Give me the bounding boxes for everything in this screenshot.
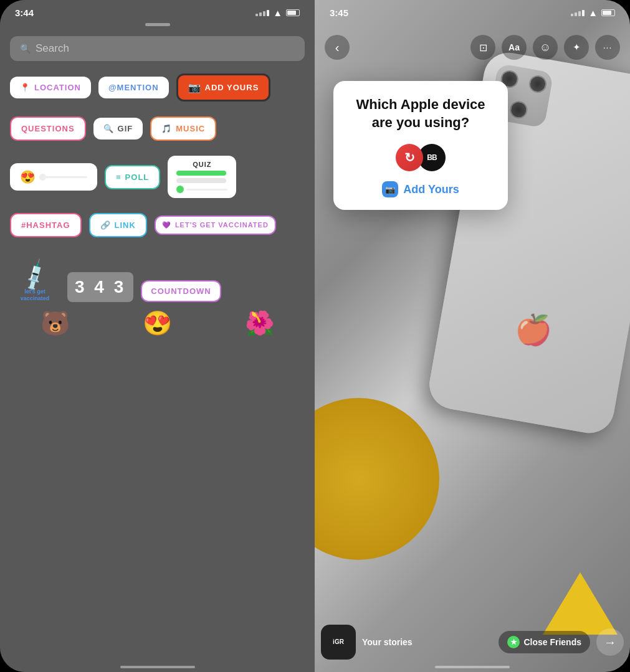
status-bar-right: 3:45 ▲: [315, 0, 630, 23]
location-label: LOCATION: [34, 83, 81, 92]
location-sticker[interactable]: 📍 LOCATION: [10, 77, 91, 98]
quiz-bar-wrong: [176, 178, 226, 183]
countdown-sticker[interactable]: COUNTDOWN: [141, 280, 221, 302]
chevron-left-icon: ‹: [335, 40, 340, 55]
dialog-icons: ↻ BB: [346, 144, 495, 171]
search-bar[interactable]: 🔍 Search: [10, 36, 305, 61]
ellipsis-icon: ···: [603, 42, 613, 52]
text-button[interactable]: Aa: [502, 35, 527, 60]
heart-eyes-emoji-2[interactable]: 😍: [143, 310, 172, 337]
heart-icon: 💜: [162, 220, 171, 229]
emoji-slider-sticker[interactable]: 😍: [10, 163, 97, 191]
hashtag-label: #HASHTAG: [21, 220, 70, 230]
your-stories-button[interactable]: Your stories: [362, 637, 492, 647]
poll-sticker[interactable]: ≡ POLL: [105, 165, 160, 189]
time-left: 3:44: [15, 7, 34, 18]
home-indicator-left: [120, 666, 195, 668]
link-sticker[interactable]: 🔗 LINK: [89, 213, 147, 237]
apple-device-dialog: Which Apple device are you using? ↻ BB 📷…: [333, 81, 508, 210]
questions-sticker[interactable]: QUESTIONS: [10, 116, 86, 141]
star-icon: ★: [510, 638, 517, 646]
sticker-face-icon: ☺: [540, 41, 551, 54]
portrait-icon: ⊡: [479, 42, 487, 54]
sparkle-icon: ✦: [573, 42, 581, 53]
phone-right: 🍎 3:45 ▲ ‹ ⊡ Aa: [315, 0, 630, 672]
music-bars-icon: 🎵: [161, 124, 172, 133]
effects-button[interactable]: ✦: [564, 35, 589, 60]
link-label: LINK: [115, 220, 136, 230]
gif-sticker[interactable]: 🔍 GIF: [93, 118, 143, 140]
back-button[interactable]: ‹: [325, 35, 350, 60]
hashtag-sticker[interactable]: #HASHTAG: [10, 213, 82, 237]
battery-icon-right: [601, 9, 615, 16]
gif-label: GIF: [118, 124, 133, 133]
link-icon: 🔗: [100, 220, 111, 230]
camera-lens-3: [508, 100, 528, 120]
bear-emoji[interactable]: 🐻: [41, 310, 70, 337]
dialog-title: Which Apple device are you using?: [346, 96, 495, 131]
signal-icon-left: [255, 10, 269, 16]
flower-emoji[interactable]: 🌺: [245, 310, 274, 337]
camera-icon: 📷: [188, 82, 201, 93]
status-icons-right: ▲: [571, 7, 615, 18]
vaccinated-sticker[interactable]: 💜 LET'S GET VACCINATED: [155, 215, 276, 234]
mention-sticker[interactable]: @MENTION: [98, 77, 169, 98]
clock-sticker[interactable]: 3 4 3: [67, 272, 133, 302]
quiz-sticker[interactable]: QUIZ: [168, 156, 236, 198]
add-yours-camera-icon: 📷: [382, 181, 398, 197]
bottom-emoji-row: 🐻 😍 🌺: [0, 302, 315, 337]
phone-left: 3:44 ▲ 🔍 Search: [0, 0, 315, 672]
music-label: MUSIC: [176, 124, 205, 133]
status-bar-left: 3:44 ▲: [0, 0, 315, 23]
send-button[interactable]: →: [596, 628, 624, 656]
portrait-button[interactable]: ⊡: [470, 35, 495, 60]
camera-symbol: 📷: [385, 185, 395, 194]
quiz-dot-indicator: [176, 186, 227, 193]
search-icon: 🔍: [20, 44, 31, 54]
sticker-row-1: 📍 LOCATION @MENTION 📷 ADD YOURS: [10, 73, 305, 102]
camera-lens-2: [528, 74, 548, 94]
apple-logo: 🍎: [512, 310, 555, 351]
time-right: 3:45: [330, 7, 348, 18]
your-stories-label: Your stories: [362, 637, 413, 647]
quiz-bar-correct: [176, 171, 226, 176]
avatar-initials: iGR: [333, 638, 344, 646]
story-toolbar: ‹ ⊡ Aa ☺ ✦ ···: [315, 30, 630, 65]
add-yours-dialog-btn[interactable]: 📷 Add Yours: [346, 181, 495, 197]
vaccine-image-sticker[interactable]: 💉 let's getvaccinated: [10, 252, 60, 302]
green-star-dot: ★: [507, 636, 520, 648]
quiz-label: QUIZ: [176, 161, 227, 168]
countdown-label: COUNTDOWN: [151, 286, 211, 296]
signal-icon-right: [571, 10, 585, 16]
text-aa-icon: Aa: [508, 42, 520, 52]
user-avatar[interactable]: iGR: [321, 625, 356, 660]
sticker-grid: 📍 LOCATION @MENTION 📷 ADD YOURS QUESTION…: [0, 73, 315, 302]
bottom-share-bar: iGR Your stories ★ Close Friends →: [321, 625, 624, 660]
drag-handle: [145, 23, 170, 26]
vaccine-text: let's getvaccinated: [21, 288, 50, 302]
heart-eyes-emoji: 😍: [20, 169, 36, 184]
poll-label: POLL: [125, 173, 150, 182]
add-yours-sticker[interactable]: 📷 ADD YOURS: [176, 73, 271, 102]
home-indicator-right: [435, 666, 510, 668]
close-friends-button[interactable]: ★ Close Friends: [499, 631, 590, 653]
location-icon: 📍: [20, 83, 31, 92]
status-icons-left: ▲: [255, 7, 300, 18]
add-yours-dialog-label: Add Yours: [403, 183, 459, 196]
sticker-button[interactable]: ☺: [533, 35, 558, 60]
sticker-row-2: QUESTIONS 🔍 GIF 🎵 MUSIC: [10, 116, 305, 141]
sticker-row-4: #HASHTAG 🔗 LINK 💜 LET'S GET VACCINATED: [10, 213, 305, 237]
questions-label: QUESTIONS: [21, 124, 75, 133]
add-yours-label: ADD YOURS: [205, 83, 259, 92]
wifi-icon-left: ▲: [273, 7, 282, 18]
sticker-row-3: 😍 ≡ POLL QUIZ: [10, 156, 305, 198]
wifi-icon-right: ▲: [588, 7, 598, 18]
sticker-row-5: 💉 let's getvaccinated 3 4 3 COUNTDOWN: [10, 252, 305, 302]
vaccinated-label: LET'S GET VACCINATED: [175, 220, 269, 229]
more-button[interactable]: ···: [595, 35, 620, 60]
bb-text: BB: [427, 153, 436, 162]
music-sticker[interactable]: 🎵 MUSIC: [150, 116, 216, 141]
clock-digits: 3 4 3: [75, 277, 126, 296]
close-friends-label: Close Friends: [523, 637, 581, 647]
search-gif-icon: 🔍: [103, 124, 114, 133]
